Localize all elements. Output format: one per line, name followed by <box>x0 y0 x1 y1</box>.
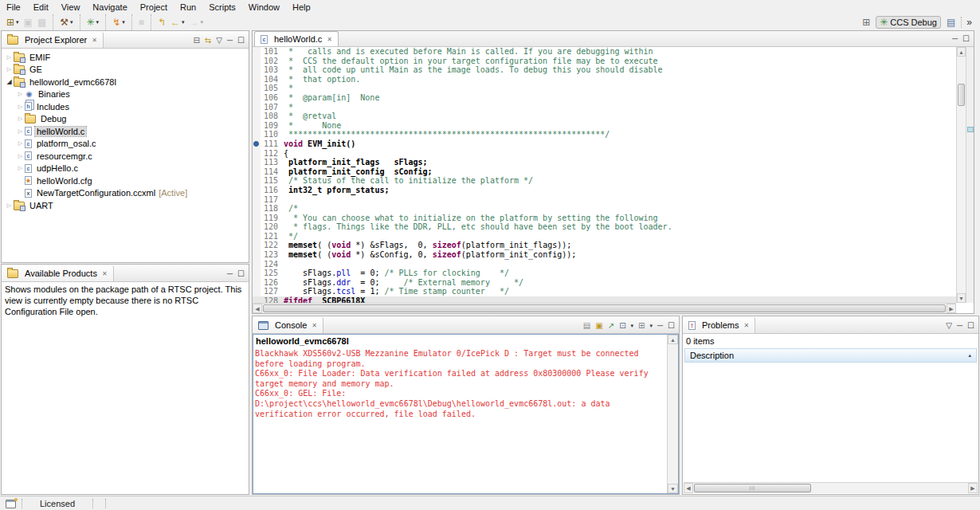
annotation-ruler[interactable] <box>253 112 261 121</box>
breakpoint-ruler[interactable] <box>253 139 261 149</box>
flash-dropdown-icon[interactable]: ▾ <box>122 19 125 26</box>
build-dropdown-icon[interactable]: ▾ <box>70 19 73 26</box>
clear-console-icon[interactable]: ▤ <box>583 322 590 330</box>
tree-item-helloworld-evmc6678l[interactable]: ◢helloworld_evmc6678l <box>2 76 249 88</box>
tree-item-ge[interactable]: ▷GE <box>2 64 249 76</box>
scroll-down-icon[interactable]: ▼ <box>668 484 678 493</box>
menu-navigate[interactable]: Navigate <box>86 2 133 13</box>
minimize-icon[interactable]: ─ <box>957 322 962 330</box>
annotation-ruler[interactable] <box>253 57 261 66</box>
annotation-ruler[interactable] <box>253 75 261 84</box>
display-selected-console-icon[interactable]: ⊡ <box>619 322 625 330</box>
open-perspective-button[interactable]: ⊞ <box>859 17 873 28</box>
annotation-ruler[interactable] <box>253 241 261 250</box>
menu-window[interactable]: Window <box>242 2 286 13</box>
view-menu-icon[interactable]: ▽ <box>946 322 952 330</box>
close-icon[interactable]: ✕ <box>327 36 332 43</box>
open-console-icon[interactable]: ⊞ <box>638 322 645 330</box>
editor-vertical-scrollbar[interactable]: ▲ ▼ <box>956 47 966 303</box>
expander-icon[interactable]: ▷ <box>5 66 14 73</box>
annotation-ruler[interactable] <box>253 84 261 93</box>
expander-icon[interactable]: ▷ <box>16 153 25 159</box>
tree-item-uart[interactable]: ▷UART <box>2 199 249 212</box>
scroll-left-icon[interactable]: ◀ <box>253 304 262 313</box>
new-dropdown-icon[interactable]: ▾ <box>16 19 19 26</box>
build-button[interactable]: ⚒▾ <box>57 17 75 28</box>
annotation-ruler[interactable] <box>253 269 261 278</box>
debug-dropdown-icon[interactable]: ▾ <box>96 19 100 26</box>
annotation-ruler[interactable] <box>253 278 261 288</box>
maximize-icon[interactable]: ☐ <box>668 322 675 330</box>
tab-console[interactable]: Console ✕ <box>253 317 323 333</box>
close-icon[interactable]: ✕ <box>102 270 108 277</box>
annotation-ruler[interactable] <box>253 167 261 177</box>
menu-project[interactable]: Project <box>134 2 174 13</box>
annotation-ruler[interactable] <box>253 149 261 159</box>
menu-help[interactable]: Help <box>286 2 317 13</box>
annotation-ruler[interactable] <box>253 250 261 260</box>
console-output[interactable]: Blackhawk XDS560v2-USB Mezzanine Emulato… <box>253 349 666 492</box>
tree-item-includes[interactable]: ▷hIncludes <box>2 100 249 113</box>
annotation-ruler[interactable] <box>253 93 261 103</box>
expander-icon[interactable]: ▷ <box>5 202 14 209</box>
ccs-debug-perspective-button[interactable]: ✳CCS Debug <box>876 16 941 29</box>
maximize-icon[interactable]: ☐ <box>237 270 245 278</box>
annotation-ruler[interactable] <box>253 186 261 195</box>
expander-icon[interactable]: ▷ <box>16 104 25 110</box>
annotation-ruler[interactable] <box>253 260 261 269</box>
flash-button[interactable]: ↯▾ <box>110 17 127 28</box>
editor-hscroll-thumb[interactable] <box>263 304 946 312</box>
annotation-ruler[interactable] <box>253 130 261 139</box>
expander-icon[interactable]: ▷ <box>16 91 25 97</box>
scroll-right-icon[interactable]: ▶ <box>968 483 978 493</box>
annotation-ruler[interactable] <box>253 65 261 75</box>
console-vertical-scrollbar[interactable]: ▲ ▼ <box>667 335 678 493</box>
annotation-ruler[interactable] <box>253 222 261 232</box>
tab-project-explorer[interactable]: Project Explorer ✕ <box>2 32 104 48</box>
minimize-icon[interactable]: ─ <box>227 37 233 45</box>
tree-item-platform-osal-c[interactable]: ▷cplatform_osal.c <box>2 138 249 151</box>
annotation-ruler[interactable] <box>253 232 261 241</box>
scroll-right-icon[interactable]: ▶ <box>947 304 956 313</box>
annotation-ruler[interactable] <box>253 158 261 167</box>
expander-icon[interactable]: ▷ <box>16 128 25 135</box>
annotation-ruler[interactable] <box>253 121 261 131</box>
display-selected-console-dropdown-icon[interactable]: ▾ <box>631 323 634 329</box>
maximize-icon[interactable]: ☐ <box>967 322 974 330</box>
maximize-icon[interactable]: ☐ <box>962 35 970 43</box>
scroll-down-icon[interactable]: ▼ <box>957 293 966 303</box>
pin-console-icon[interactable]: ↗ <box>608 322 614 330</box>
tree-item-helloworld-c[interactable]: ▷chelloWorld.c <box>2 125 249 138</box>
code-editor[interactable]: 101 * calls and is executed before Main … <box>253 47 956 303</box>
tree-item-debug[interactable]: ▷Debug <box>2 113 249 126</box>
annotation-ruler[interactable] <box>253 287 261 296</box>
annotation-ruler[interactable] <box>253 214 261 223</box>
menu-scripts[interactable]: Scripts <box>202 2 242 13</box>
tree-item-emif[interactable]: ▷EMIF <box>2 51 249 64</box>
editor-horizontal-scrollbar[interactable]: ◀ ▶ <box>253 303 956 313</box>
maximize-icon[interactable]: ☐ <box>237 37 245 45</box>
tree-item-resourcemgr-c[interactable]: ▷cresourcemgr.c <box>2 150 249 163</box>
menu-view[interactable]: View <box>55 2 87 13</box>
collapse-all-icon[interactable]: ⊟ <box>193 37 199 45</box>
close-icon[interactable]: ✕ <box>92 37 97 44</box>
expander-icon[interactable]: ▷ <box>5 54 14 61</box>
problems-column-description[interactable]: Description ▴ <box>684 348 977 363</box>
scroll-up-icon[interactable]: ▲ <box>668 335 678 344</box>
minimize-icon[interactable]: ─ <box>227 270 233 278</box>
menu-run[interactable]: Run <box>174 2 202 13</box>
minimize-icon[interactable]: ─ <box>952 35 958 43</box>
tree-item-binaries[interactable]: ▷◉Binaries <box>2 88 249 101</box>
annotation-ruler[interactable] <box>253 204 261 214</box>
annotation-ruler[interactable] <box>253 195 261 205</box>
scroll-lock-icon[interactable]: ▣ <box>595 322 602 330</box>
tree-item-udphello-c[interactable]: ▷cudpHello.c <box>2 163 249 175</box>
expander-icon[interactable]: ◢ <box>5 78 14 85</box>
debug-button[interactable]: ✳▾ <box>84 17 102 28</box>
annotation-ruler[interactable] <box>253 103 261 112</box>
view-menu-icon[interactable]: ▽ <box>216 37 222 45</box>
problems-hscroll-thumb[interactable]: ||| <box>694 484 811 492</box>
back-dropdown-icon[interactable]: ▾ <box>182 19 185 26</box>
close-icon[interactable]: ✕ <box>743 322 749 329</box>
tree-item-newtargetconfiguration-ccxml[interactable]: xNewTargetConfiguration.ccxml[Active] <box>2 187 249 200</box>
